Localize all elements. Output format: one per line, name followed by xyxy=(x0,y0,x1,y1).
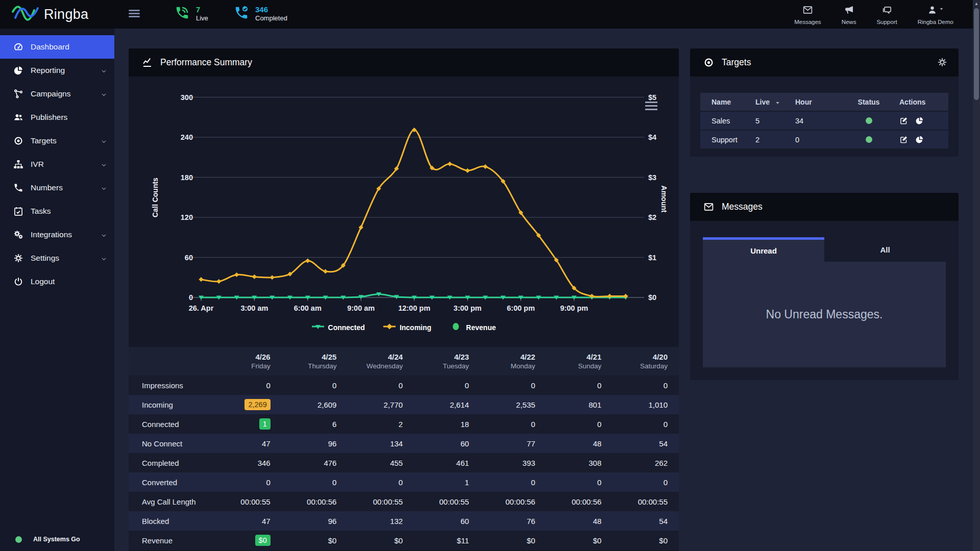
sidebar-item-publishers[interactable]: Publishers xyxy=(0,106,114,129)
summary-cell: 308 xyxy=(547,459,613,467)
target-status xyxy=(842,117,895,124)
topnav-ringba-demo[interactable]: Ringba Demo xyxy=(918,5,953,25)
summary-row-incoming: Incoming2,2692,6092,7702,6142,5358011,01… xyxy=(129,395,679,414)
edit-icon[interactable] xyxy=(899,135,908,144)
summary-cell: 00:00:56 xyxy=(282,497,348,506)
performance-summary-card: Performance Summary 0$060$1120$2180$3240… xyxy=(129,48,679,551)
summary-col-4-24: 4/24Wednesday xyxy=(348,352,414,371)
megaphone-icon xyxy=(844,5,854,17)
topnav-support[interactable]: Support xyxy=(876,5,897,25)
tab-all[interactable]: All xyxy=(824,237,946,262)
summary-cell: 0 xyxy=(348,381,414,390)
topnav-news[interactable]: News xyxy=(842,5,856,25)
sidebar-item-label: Dashboard xyxy=(31,42,69,52)
summary-cell: 00:00:55 xyxy=(348,497,414,506)
topnav-label: News xyxy=(842,19,856,25)
sidebar-item-label: Numbers xyxy=(31,183,63,192)
live-calls-indicator[interactable]: 7 Live xyxy=(175,5,208,22)
phone-completed-icon xyxy=(234,5,249,22)
sidebar-menu: DashboardReportingCampaignsPublishersTar… xyxy=(0,35,114,293)
summary-cell: 0 xyxy=(282,381,348,390)
targets-card: Targets Name Live Hour Status Actions Sa… xyxy=(690,48,959,157)
summary-cell: 393 xyxy=(480,459,547,467)
sidebar: DashboardReportingCampaignsPublishersTar… xyxy=(0,29,114,551)
brand[interactable]: Ringba xyxy=(11,4,88,25)
report-pie-icon[interactable] xyxy=(915,116,924,125)
sidebar-item-numbers[interactable]: Numbers xyxy=(0,176,114,199)
messages-card: Messages Unread All No Unread Messages. xyxy=(690,193,959,380)
status-dot-icon xyxy=(866,136,872,143)
scrollbar-up-arrow[interactable]: ▲ xyxy=(973,1,980,6)
legend-label: Incoming xyxy=(400,323,431,332)
legend-item-revenue[interactable]: Revenue xyxy=(450,322,496,333)
summary-cell: 00:00:55 xyxy=(414,497,480,506)
chart-context-menu-icon[interactable] xyxy=(645,102,657,110)
sidebar-item-reporting[interactable]: Reporting xyxy=(0,59,114,82)
edit-icon[interactable] xyxy=(899,116,908,125)
report-pie-icon[interactable] xyxy=(915,135,924,144)
legend-item-incoming[interactable]: Incoming xyxy=(383,322,431,333)
target-actions xyxy=(895,135,948,144)
summary-cell: $0 xyxy=(348,536,414,545)
summary-cell: 0 xyxy=(612,478,679,487)
summary-cell: 801 xyxy=(547,400,613,409)
sidebar-item-logout[interactable]: Logout xyxy=(0,270,114,293)
sidebar-item-ivr[interactable]: IVR xyxy=(0,153,114,176)
svg-text:60: 60 xyxy=(185,254,193,262)
summary-cell: $0 xyxy=(282,536,348,545)
summary-table-header: 4/26Friday4/25Thursday4/24Wednesday4/23T… xyxy=(129,347,679,375)
envelope-icon xyxy=(802,5,813,17)
svg-text:12:00 pm: 12:00 pm xyxy=(398,304,430,312)
summary-cell: 476 xyxy=(282,459,348,467)
bullseye-icon xyxy=(703,57,714,68)
target-hour-count: 0 xyxy=(795,136,842,144)
row-label: Impressions xyxy=(129,381,215,390)
sidebar-item-tasks[interactable]: Tasks xyxy=(0,199,114,223)
summary-cell: 0 xyxy=(215,381,282,390)
chevron-down-icon xyxy=(101,161,107,168)
legend-item-connected[interactable]: Connected xyxy=(312,322,365,333)
performance-chart-svg: 0$060$1120$2180$3240$4300$526. Apr3:00 a… xyxy=(129,77,679,342)
target-row-support: Support20 xyxy=(700,131,948,148)
caret-down-icon xyxy=(939,5,944,14)
svg-text:6:00 am: 6:00 am xyxy=(294,304,322,312)
sidebar-item-settings[interactable]: Settings xyxy=(0,246,114,270)
app-root: Ringba 7 Live 346 Completed MessagesNews… xyxy=(0,0,980,551)
targets-table: Name Live Hour Status Actions Sales534Su… xyxy=(700,93,948,149)
summary-cell: 18 xyxy=(414,420,480,429)
sort-caret-icon[interactable] xyxy=(775,99,780,105)
summary-cell: 00:00:55 xyxy=(612,497,679,506)
scrollbar-thumb[interactable] xyxy=(974,8,979,100)
menu-toggle-icon[interactable] xyxy=(129,10,140,19)
summary-row-no-connect: No Connect479613460774854 xyxy=(129,434,679,453)
sidebar-item-targets[interactable]: Targets xyxy=(0,129,114,153)
summary-cell: 0 xyxy=(612,420,679,429)
sidebar-item-label: Tasks xyxy=(31,207,51,216)
target-status xyxy=(842,136,895,143)
completed-calls-indicator[interactable]: 346 Completed xyxy=(234,5,287,22)
summary-cell: 60 xyxy=(414,517,480,525)
target-name: Sales xyxy=(700,117,755,125)
sidebar-item-label: Logout xyxy=(31,277,55,286)
topnav-messages[interactable]: Messages xyxy=(794,5,821,25)
system-status[interactable]: All Systems Go xyxy=(15,536,80,543)
sidebar-item-dashboard[interactable]: Dashboard xyxy=(0,35,114,59)
summary-cell: 96 xyxy=(282,439,348,448)
summary-cell: 48 xyxy=(547,439,613,448)
bullseye-icon xyxy=(13,136,23,146)
sidebar-item-label: Campaigns xyxy=(31,89,70,98)
tab-unread[interactable]: Unread xyxy=(703,237,824,262)
sidebar-item-campaigns[interactable]: Campaigns xyxy=(0,82,114,106)
summary-cell: 455 xyxy=(348,459,414,467)
performance-card-title: Performance Summary xyxy=(160,57,252,68)
sidebar-item-integrations[interactable]: Integrations xyxy=(0,223,114,246)
no-messages-text: No Unread Messages. xyxy=(766,308,883,321)
row-label: Incoming xyxy=(129,400,215,409)
summary-cell: 0 xyxy=(612,381,679,390)
user-icon xyxy=(927,5,938,17)
row-label: Completed xyxy=(129,459,215,467)
summary-cell: 0 xyxy=(480,381,547,390)
summary-col-4-23: 4/23Tuesday xyxy=(414,352,480,371)
targets-settings-gear-icon[interactable] xyxy=(937,57,947,67)
svg-text:3:00 am: 3:00 am xyxy=(240,304,268,312)
